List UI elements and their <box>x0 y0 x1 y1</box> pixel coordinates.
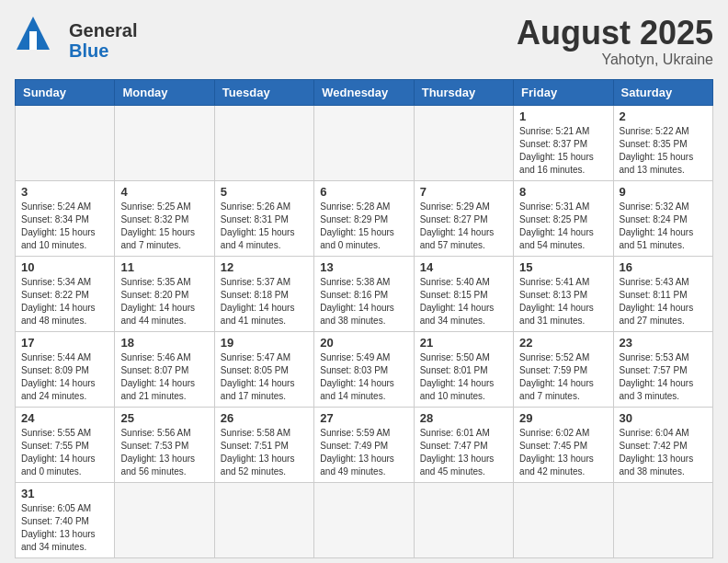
calendar-day-cell <box>115 105 214 180</box>
day-info: Sunrise: 5:58 AM Sunset: 7:51 PM Dayligh… <box>221 427 308 478</box>
day-info: Sunrise: 5:43 AM Sunset: 8:11 PM Dayligh… <box>620 276 707 327</box>
logo-triangle-icon <box>15 15 65 65</box>
weekday-header-friday: Friday <box>514 79 613 105</box>
day-info: Sunrise: 5:21 AM Sunset: 8:37 PM Dayligh… <box>519 125 607 177</box>
day-info: Sunrise: 5:28 AM Sunset: 8:29 PM Dayligh… <box>320 201 407 252</box>
calendar-week-row: 31Sunrise: 6:05 AM Sunset: 7:40 PM Dayli… <box>16 482 713 557</box>
calendar-day-cell: 13Sunrise: 5:38 AM Sunset: 8:16 PM Dayli… <box>314 256 414 331</box>
page-header: General Blue August 2025 Yahotyn, Ukrain… <box>15 15 713 68</box>
calendar-day-cell: 1Sunrise: 5:21 AM Sunset: 8:37 PM Daylig… <box>514 105 613 180</box>
weekday-header-saturday: Saturday <box>613 79 712 105</box>
day-info: Sunrise: 5:40 AM Sunset: 8:15 PM Dayligh… <box>420 276 507 327</box>
calendar-day-cell: 10Sunrise: 5:34 AM Sunset: 8:22 PM Dayli… <box>16 256 115 331</box>
calendar-day-cell: 18Sunrise: 5:46 AM Sunset: 8:07 PM Dayli… <box>115 331 214 407</box>
calendar-day-cell: 4Sunrise: 5:25 AM Sunset: 8:32 PM Daylig… <box>115 180 214 256</box>
logo-text: General Blue <box>69 20 137 61</box>
day-number: 14 <box>420 260 507 274</box>
calendar-day-cell: 16Sunrise: 5:43 AM Sunset: 8:11 PM Dayli… <box>613 256 712 331</box>
calendar-day-cell: 22Sunrise: 5:52 AM Sunset: 7:59 PM Dayli… <box>514 331 613 407</box>
calendar-day-cell: 17Sunrise: 5:44 AM Sunset: 8:09 PM Dayli… <box>16 331 115 407</box>
day-number: 7 <box>420 185 507 199</box>
calendar-day-cell: 24Sunrise: 5:55 AM Sunset: 7:55 PM Dayli… <box>16 407 115 482</box>
day-info: Sunrise: 5:26 AM Sunset: 8:31 PM Dayligh… <box>221 201 308 252</box>
day-number: 18 <box>120 336 208 350</box>
calendar-day-cell: 21Sunrise: 5:50 AM Sunset: 8:01 PM Dayli… <box>414 331 513 407</box>
day-number: 24 <box>21 411 108 425</box>
calendar-day-cell <box>214 482 313 557</box>
weekday-header-thursday: Thursday <box>414 79 513 105</box>
month-year-title: August 2025 <box>517 15 713 52</box>
day-number: 31 <box>21 487 108 500</box>
day-info: Sunrise: 5:55 AM Sunset: 7:55 PM Dayligh… <box>21 427 108 478</box>
day-info: Sunrise: 5:53 AM Sunset: 7:57 PM Dayligh… <box>620 351 707 403</box>
calendar-day-cell: 2Sunrise: 5:22 AM Sunset: 8:35 PM Daylig… <box>613 105 712 180</box>
logo: General Blue <box>15 15 137 65</box>
day-number: 22 <box>519 336 607 350</box>
calendar-day-cell: 14Sunrise: 5:40 AM Sunset: 8:15 PM Dayli… <box>414 256 513 331</box>
day-info: Sunrise: 5:59 AM Sunset: 7:49 PM Dayligh… <box>320 427 407 478</box>
calendar-table: SundayMondayTuesdayWednesdayThursdayFrid… <box>15 79 713 558</box>
calendar-day-cell: 23Sunrise: 5:53 AM Sunset: 7:57 PM Dayli… <box>613 331 712 407</box>
day-number: 5 <box>221 185 308 199</box>
day-number: 9 <box>620 185 707 199</box>
calendar-week-row: 24Sunrise: 5:55 AM Sunset: 7:55 PM Dayli… <box>16 407 713 482</box>
calendar-day-cell: 11Sunrise: 5:35 AM Sunset: 8:20 PM Dayli… <box>115 256 214 331</box>
calendar-day-cell: 3Sunrise: 5:24 AM Sunset: 8:34 PM Daylig… <box>16 180 115 256</box>
day-number: 13 <box>320 260 407 274</box>
calendar-day-cell <box>314 105 414 180</box>
day-info: Sunrise: 5:56 AM Sunset: 7:53 PM Dayligh… <box>120 427 208 478</box>
calendar-day-cell: 19Sunrise: 5:47 AM Sunset: 8:05 PM Dayli… <box>214 331 313 407</box>
weekday-header-sunday: Sunday <box>16 79 115 105</box>
calendar-day-cell: 30Sunrise: 6:04 AM Sunset: 7:42 PM Dayli… <box>613 407 712 482</box>
day-info: Sunrise: 5:38 AM Sunset: 8:16 PM Dayligh… <box>320 276 407 327</box>
calendar-day-cell: 29Sunrise: 6:02 AM Sunset: 7:45 PM Dayli… <box>514 407 613 482</box>
day-number: 21 <box>420 336 507 350</box>
day-info: Sunrise: 6:01 AM Sunset: 7:47 PM Dayligh… <box>420 427 507 478</box>
day-number: 19 <box>221 336 308 350</box>
logo-blue-text: Blue <box>69 40 137 61</box>
calendar-day-cell <box>314 482 414 557</box>
calendar-day-cell: 27Sunrise: 5:59 AM Sunset: 7:49 PM Dayli… <box>314 407 414 482</box>
day-info: Sunrise: 5:52 AM Sunset: 7:59 PM Dayligh… <box>519 351 607 403</box>
day-number: 12 <box>221 260 308 274</box>
calendar-week-row: 3Sunrise: 5:24 AM Sunset: 8:34 PM Daylig… <box>16 180 713 256</box>
day-info: Sunrise: 5:50 AM Sunset: 8:01 PM Dayligh… <box>420 351 507 403</box>
day-info: Sunrise: 5:34 AM Sunset: 8:22 PM Dayligh… <box>21 276 108 327</box>
day-info: Sunrise: 6:02 AM Sunset: 7:45 PM Dayligh… <box>519 427 607 478</box>
day-info: Sunrise: 5:37 AM Sunset: 8:18 PM Dayligh… <box>221 276 308 327</box>
day-number: 2 <box>620 109 707 123</box>
weekday-header-monday: Monday <box>115 79 214 105</box>
day-number: 17 <box>21 336 108 350</box>
weekday-header-wednesday: Wednesday <box>314 79 414 105</box>
day-number: 15 <box>519 260 607 274</box>
calendar-day-cell: 20Sunrise: 5:49 AM Sunset: 8:03 PM Dayli… <box>314 331 414 407</box>
day-number: 1 <box>519 109 607 123</box>
title-block: August 2025 Yahotyn, Ukraine <box>517 15 713 68</box>
calendar-week-row: 1Sunrise: 5:21 AM Sunset: 8:37 PM Daylig… <box>16 105 713 180</box>
day-number: 28 <box>420 411 507 425</box>
day-number: 10 <box>21 260 108 274</box>
day-info: Sunrise: 5:31 AM Sunset: 8:25 PM Dayligh… <box>519 201 607 252</box>
day-number: 6 <box>320 185 407 199</box>
weekday-header-tuesday: Tuesday <box>214 79 313 105</box>
calendar-day-cell: 9Sunrise: 5:32 AM Sunset: 8:24 PM Daylig… <box>613 180 712 256</box>
day-info: Sunrise: 5:24 AM Sunset: 8:34 PM Dayligh… <box>21 201 108 252</box>
calendar-week-row: 10Sunrise: 5:34 AM Sunset: 8:22 PM Dayli… <box>16 256 713 331</box>
day-info: Sunrise: 6:05 AM Sunset: 7:40 PM Dayligh… <box>21 502 108 554</box>
logo-general-text: General <box>69 20 137 40</box>
calendar-day-cell: 26Sunrise: 5:58 AM Sunset: 7:51 PM Dayli… <box>214 407 313 482</box>
calendar-day-cell <box>214 105 313 180</box>
day-info: Sunrise: 5:41 AM Sunset: 8:13 PM Dayligh… <box>519 276 607 327</box>
day-number: 25 <box>120 411 208 425</box>
day-info: Sunrise: 5:35 AM Sunset: 8:20 PM Dayligh… <box>120 276 208 327</box>
day-info: Sunrise: 5:25 AM Sunset: 8:32 PM Dayligh… <box>120 201 208 252</box>
day-info: Sunrise: 5:49 AM Sunset: 8:03 PM Dayligh… <box>320 351 407 403</box>
svg-rect-1 <box>29 31 37 50</box>
day-number: 4 <box>120 185 208 199</box>
day-info: Sunrise: 5:46 AM Sunset: 8:07 PM Dayligh… <box>120 351 208 403</box>
calendar-week-row: 17Sunrise: 5:44 AM Sunset: 8:09 PM Dayli… <box>16 331 713 407</box>
calendar-day-cell <box>613 482 712 557</box>
day-number: 27 <box>320 411 407 425</box>
day-info: Sunrise: 5:22 AM Sunset: 8:35 PM Dayligh… <box>620 125 707 177</box>
weekday-header-row: SundayMondayTuesdayWednesdayThursdayFrid… <box>16 79 713 105</box>
